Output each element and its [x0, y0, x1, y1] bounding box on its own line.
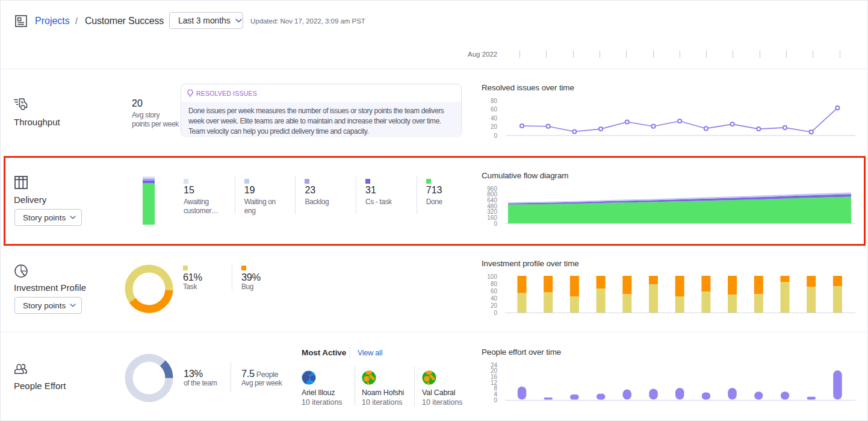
- svg-text:80: 80: [491, 98, 498, 104]
- svg-text:0: 0: [494, 310, 497, 316]
- svg-text:0: 0: [494, 220, 497, 227]
- svg-text:80: 80: [491, 281, 498, 287]
- svg-text:20: 20: [491, 123, 498, 130]
- svg-text:40: 40: [491, 295, 498, 302]
- svg-text:60: 60: [491, 106, 498, 113]
- svg-text:60: 60: [491, 288, 498, 295]
- svg-text:100: 100: [487, 273, 497, 280]
- svg-text:40: 40: [491, 115, 498, 122]
- svg-text:20: 20: [491, 302, 498, 309]
- svg-text:0: 0: [494, 133, 497, 139]
- svg-text:0: 0: [494, 397, 497, 404]
